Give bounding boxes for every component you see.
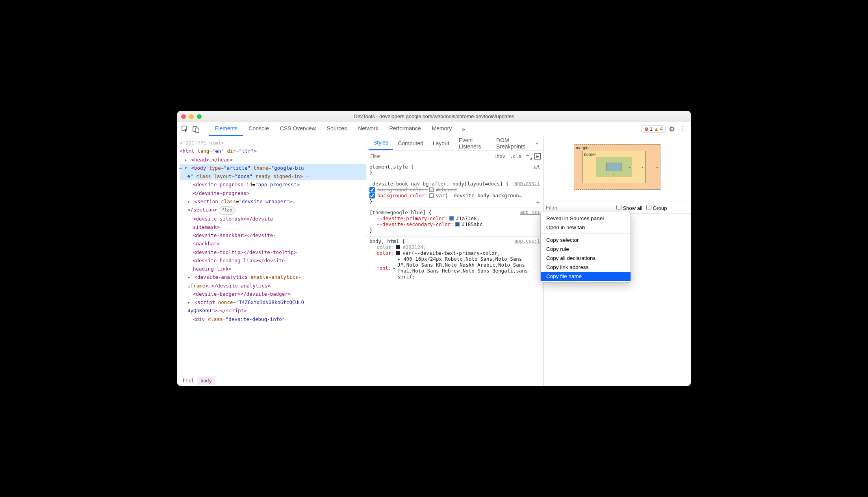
context-menu-item-copy-all-declarations[interactable]: Copy all declarations (541, 254, 631, 263)
style-property[interactable]: color: var(--devsite-text-primary-color, (369, 250, 540, 256)
more-menu-icon[interactable]: ⋮ (678, 124, 688, 134)
color-swatch-icon[interactable] (455, 222, 460, 226)
window-title: DevTools - developers.google.com/web/too… (354, 113, 514, 119)
main-tab-console[interactable]: Console (243, 122, 274, 136)
zoom-window-button[interactable] (197, 114, 202, 119)
selected-dom-node[interactable]: ⋯ <body type="article" theme="google-blu… (180, 164, 366, 181)
more-tabs-icon[interactable]: » (533, 140, 541, 146)
property-checkbox[interactable] (369, 193, 375, 198)
source-link[interactable]: app.css:1 (514, 238, 540, 244)
source-link[interactable]: app.css (520, 210, 540, 215)
style-property[interactable]: background-color: var(--devsite-body-bac… (369, 193, 540, 198)
context-menu: Reveal in Sources panelOpen in new tabCo… (540, 212, 631, 283)
error-icon: ⊗ (644, 126, 649, 132)
toggle-print-icon[interactable]: ▶ (534, 153, 541, 159)
box-model-diagram: margin - - border - - - - (543, 136, 691, 202)
breadcrumb-body[interactable]: body (197, 376, 215, 385)
context-menu-item-copy-file-name[interactable]: Copy file name (541, 272, 631, 281)
inspect-element-icon[interactable] (180, 124, 190, 134)
styles-body[interactable]: element.style {AA}.devsite-book-nav-bg:a… (366, 162, 543, 386)
color-swatch-icon[interactable] (449, 216, 454, 221)
dom-tree[interactable]: <!DOCTYPE html> <html lang="en" dir="ltr… (177, 136, 366, 375)
main-tab-network[interactable]: Network (352, 122, 384, 136)
svg-rect-2 (196, 128, 199, 132)
flex-pill[interactable]: flex (219, 206, 236, 215)
more-tabs-icon[interactable]: » (459, 126, 468, 132)
color-swatch-icon[interactable] (429, 187, 434, 192)
style-rule[interactable]: element.style {AA} (366, 162, 543, 179)
close-window-button[interactable] (181, 114, 186, 119)
expand-arrow-icon[interactable] (187, 273, 191, 281)
devtools-window: DevTools - developers.google.com/web/too… (177, 111, 691, 386)
titlebar: DevTools - developers.google.com/web/too… (177, 111, 691, 122)
expand-arrow-icon[interactable] (187, 298, 191, 306)
dom-breadcrumb: html body (177, 375, 366, 386)
elements-pane: <!DOCTYPE html> <html lang="en" dir="ltr… (177, 136, 366, 386)
styles-pane: StylesComputedLayoutEvent ListenersDOM B… (366, 136, 543, 386)
style-property[interactable]: --devsite-primary-color: #1a73e8; (369, 215, 540, 221)
styles-filter-input[interactable] (369, 153, 491, 160)
ellipsis-gutter-icon[interactable]: ⋯ (179, 164, 182, 173)
styles-filter-row: :hov .cls +◢ ▶ (366, 150, 543, 162)
color-swatch-icon[interactable] (396, 245, 400, 249)
new-style-rule-button[interactable]: +◢ (524, 152, 534, 160)
traffic-lights (177, 114, 202, 119)
style-property[interactable]: color: #202124; (369, 244, 540, 250)
main-tab-elements[interactable]: Elements (209, 122, 243, 136)
main-toolbar: ElementsConsoleCSS OverviewSourcesNetwor… (177, 122, 691, 136)
main-tabs: ElementsConsoleCSS OverviewSourcesNetwor… (209, 122, 457, 136)
color-swatch-icon[interactable] (396, 251, 400, 255)
group-checkbox[interactable]: Group (646, 205, 667, 211)
expand-arrow-icon[interactable] (187, 197, 191, 206)
property-checkbox[interactable] (369, 187, 375, 193)
context-menu-item-copy-rule[interactable]: Copy rule (541, 245, 631, 254)
minimize-window-button[interactable] (189, 114, 194, 119)
main-tab-performance[interactable]: Performance (384, 122, 426, 136)
style-rule[interactable]: [theme=google-blue] {app.css--devsite-pr… (366, 208, 543, 237)
device-toolbar-icon[interactable] (191, 124, 201, 134)
style-property[interactable]: --devsite-secondary-color: #185abc (369, 221, 540, 227)
error-warning-badge[interactable]: ⊗1 ▲4 (642, 125, 666, 133)
breadcrumb-html[interactable]: html (180, 376, 197, 385)
collapse-arrow-icon[interactable] (184, 164, 188, 172)
styles-tab-layout[interactable]: Layout (428, 137, 454, 150)
hov-toggle[interactable]: :hov (491, 154, 508, 159)
source-link[interactable]: app.css:1 (514, 181, 540, 186)
style-rule[interactable]: .devsite-book-nav-bg:after, body[layout=… (366, 179, 543, 208)
context-menu-item-copy-link-address[interactable]: Copy link address (541, 263, 631, 272)
context-menu-item-open-in-new-tab[interactable]: Open in new tab (541, 223, 631, 232)
style-rule[interactable]: body, html {app.css:1color: #202124;colo… (366, 237, 543, 283)
style-property[interactable]: background-color: #e8eaed (369, 187, 540, 193)
warning-icon: ▲ (654, 126, 659, 132)
main-tab-css-overview[interactable]: CSS Overview (274, 122, 321, 136)
main-tab-sources[interactable]: Sources (321, 122, 352, 136)
styles-tab-styles[interactable]: Styles (369, 136, 393, 150)
computed-filter-input[interactable] (546, 205, 612, 211)
expand-arrow-icon[interactable] (184, 156, 188, 164)
styles-tabs: StylesComputedLayoutEvent ListenersDOM B… (366, 136, 543, 150)
main-tab-memory[interactable]: Memory (427, 122, 458, 136)
cls-toggle[interactable]: .cls (508, 154, 524, 159)
font-editor-icon[interactable]: AA (533, 164, 540, 170)
show-all-checkbox[interactable]: Show all (616, 205, 642, 211)
style-property[interactable]: font: ▸ ▸ 400 16px/24px Roboto,Noto Sans… (369, 256, 540, 280)
color-swatch-icon[interactable] (429, 193, 434, 198)
context-menu-item-copy-selector[interactable]: Copy selector (541, 236, 631, 245)
styles-tab-computed[interactable]: Computed (393, 137, 428, 150)
context-menu-item-reveal-in-sources-panel[interactable]: Reveal in Sources panel (541, 214, 631, 223)
settings-gear-icon[interactable]: ⚙ (667, 124, 677, 134)
add-property-button[interactable]: + (536, 198, 540, 206)
